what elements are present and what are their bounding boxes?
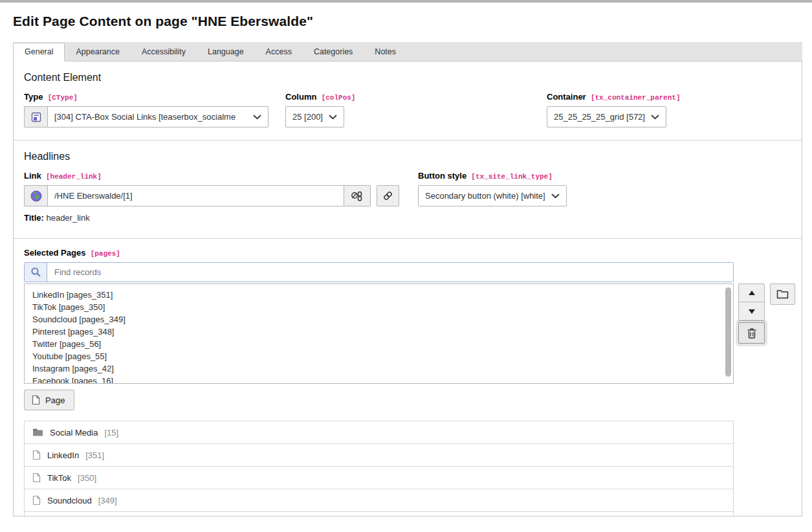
trash-icon: [747, 327, 757, 339]
section-heading: Content Element: [24, 72, 791, 83]
move-up-button[interactable]: [738, 283, 765, 302]
field-key: [tx_site_link_type]: [471, 173, 552, 181]
page-title: Edit Page Content on page "HNE Eberswald…: [13, 14, 812, 29]
page-icon: [32, 450, 41, 460]
link-icon: [382, 190, 393, 201]
tab-categories[interactable]: Categories: [303, 43, 364, 61]
tab-notes[interactable]: Notes: [364, 43, 407, 61]
globe-icon: [24, 185, 47, 206]
selected-records-list: Social Media [15] LinkedIn [351] TikTok …: [24, 421, 734, 516]
field-header-link: Link [header_link]: [24, 171, 404, 223]
unlink-icon: [351, 190, 364, 202]
field-label: Container: [547, 92, 586, 102]
tab-accessibility[interactable]: Accessibility: [131, 43, 197, 61]
field-key: [header_link]: [46, 173, 102, 181]
link-title-line: Title: header_link: [24, 213, 404, 223]
list-item[interactable]: Pinterest [pages_348]: [25, 326, 733, 338]
add-page-button[interactable]: Page: [24, 390, 74, 410]
table-row[interactable]: Social Media [15]: [25, 421, 733, 444]
link-input[interactable]: [47, 185, 344, 206]
browse-records-button[interactable]: [770, 283, 795, 305]
field-label: Button style: [418, 171, 466, 181]
find-records-input[interactable]: [47, 263, 733, 282]
folder-icon: [32, 428, 43, 437]
list-controls: [738, 283, 765, 344]
window-top-strip: [0, 0, 812, 3]
field-label: Type: [24, 92, 43, 102]
page-icon: [32, 472, 41, 483]
tab-access[interactable]: Access: [255, 43, 303, 61]
list-item[interactable]: Soundcloud [pages_349]: [25, 313, 733, 326]
field-button-style: Button style [tx_site_link_type] Seconda…: [418, 171, 567, 223]
tab-bar: General Appearance Accessibility Languag…: [13, 42, 802, 61]
list-item[interactable]: Facebook [pages_16]: [25, 375, 733, 384]
field-label: Selected Pages: [24, 248, 85, 258]
section-heading: Headlines: [24, 151, 791, 162]
browse-link-button[interactable]: [377, 185, 399, 206]
field-column: Column [colPos] 25 [200]: [285, 92, 530, 127]
column-select[interactable]: 25 [200]: [285, 106, 344, 127]
content-element-icon: [24, 106, 47, 127]
table-row[interactable]: LinkedIn [351]: [25, 444, 733, 467]
list-item[interactable]: Twitter [pages_56]: [25, 338, 733, 350]
field-key: [pages]: [91, 250, 120, 258]
chevron-down-icon: [651, 115, 659, 120]
find-records-group: [24, 262, 734, 282]
search-icon: [25, 263, 47, 282]
chevron-down-icon: [329, 115, 337, 120]
tab-appearance[interactable]: Appearance: [65, 43, 130, 61]
list-item[interactable]: Instagram [pages_42]: [25, 362, 733, 375]
remove-selected-button[interactable]: [738, 322, 765, 344]
tab-language[interactable]: Language: [197, 43, 255, 61]
field-label: Column: [285, 92, 316, 102]
list-item[interactable]: Youtube [pages_55]: [25, 350, 733, 362]
arrow-down-icon: [749, 309, 755, 314]
field-label: Link: [24, 171, 41, 181]
listbox-scrollbar[interactable]: [725, 287, 731, 377]
tab-content-panel: Content Element Type [CType] [304] CTA-B…: [13, 61, 802, 516]
table-row[interactable]: Soundcloud [349]: [25, 489, 733, 512]
field-container: Container [tx_container_parent] 25_25_25…: [547, 92, 791, 127]
list-item[interactable]: TikTok [pages_350]: [25, 301, 733, 313]
field-key: [CType]: [48, 94, 78, 102]
button-style-select[interactable]: Secondary button (white) [white]: [418, 185, 567, 206]
type-select[interactable]: [304] CTA-Box Social Links [teaserbox_so…: [47, 106, 269, 127]
selected-pages-listbox[interactable]: LinkedIn [pages_351] TikTok [pages_350] …: [24, 283, 734, 384]
page-icon: [32, 495, 41, 505]
chevron-down-icon: [253, 115, 261, 120]
tab-general[interactable]: General: [13, 43, 65, 61]
field-key: [colPos]: [322, 94, 356, 102]
unlink-button[interactable]: [344, 185, 371, 206]
field-type: Type [CType] [304] CTA-Box Social Links …: [24, 92, 269, 127]
move-down-button[interactable]: [738, 302, 765, 321]
section-selected-pages: Selected Pages [pages] LinkedIn [pages_3…: [14, 238, 802, 516]
arrow-up-icon: [749, 291, 755, 295]
section-headlines: Headlines Link [header_link]: [14, 140, 802, 238]
list-item[interactable]: LinkedIn [pages_351]: [25, 289, 733, 301]
field-key: [tx_container_parent]: [591, 94, 681, 102]
page-icon: [32, 395, 40, 405]
folder-open-icon: [776, 289, 789, 299]
section-content-element: Content Element Type [CType] [304] CTA-B…: [14, 61, 802, 140]
table-row: [25, 512, 733, 516]
chevron-down-icon: [551, 194, 560, 199]
table-row[interactable]: TikTok [350]: [25, 467, 733, 489]
container-select[interactable]: 25_25_25_25_grid [572]: [547, 106, 666, 127]
